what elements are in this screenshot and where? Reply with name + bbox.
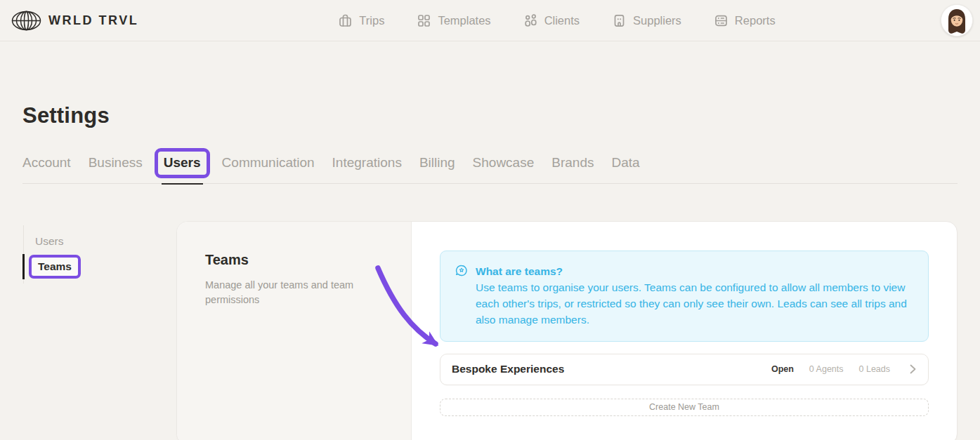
people-icon — [523, 13, 538, 28]
report-list-icon — [714, 13, 729, 28]
subnav-item-users[interactable]: Users — [22, 230, 176, 253]
subnav-item-teams[interactable]: Teams — [22, 253, 176, 281]
grid-icon — [417, 13, 431, 28]
nav-item-suppliers[interactable]: Suppliers — [612, 13, 681, 28]
nav-item-reports[interactable]: Reports — [714, 13, 776, 28]
what-are-teams-info-box: What are teams? Use teams to organise yo… — [440, 251, 929, 342]
memoji-avatar-icon — [941, 5, 972, 36]
teams-card-header: Teams Manage all your teams and team per… — [177, 222, 412, 440]
subnav-teams-highlight-box: Teams — [29, 255, 81, 279]
tab-communication[interactable]: Communication — [222, 155, 315, 171]
tab-data[interactable]: Data — [611, 155, 639, 171]
users-subnav: Users Teams — [22, 221, 176, 281]
user-avatar[interactable] — [941, 4, 973, 36]
create-new-team-button[interactable]: Create New Team — [440, 399, 929, 416]
tab-users-highlight-box: Users — [155, 148, 210, 178]
briefcase-icon — [338, 13, 353, 28]
top-nav-bar: WRLD TRVL Trips Templates — [0, 0, 980, 41]
info-box-title: What are teams? — [476, 263, 914, 279]
nav-label: Suppliers — [633, 14, 681, 27]
page-title: Settings — [22, 103, 958, 128]
nav-item-clients[interactable]: Clients — [523, 13, 580, 28]
chat-bubble-star-icon — [455, 264, 469, 328]
tab-users[interactable]: Users — [160, 152, 204, 174]
nav-label: Clients — [544, 14, 580, 27]
active-indicator-bar — [22, 254, 25, 279]
teams-panel-description: Manage all your teams and team permissio… — [205, 278, 367, 307]
settings-page: Settings Account Business Users Communic… — [0, 103, 980, 440]
nav-item-templates[interactable]: Templates — [417, 13, 490, 28]
teams-panel-title: Teams — [205, 252, 383, 268]
nav-label: Templates — [438, 14, 490, 27]
users-settings-content: Users Teams Teams Manage all your teams … — [22, 221, 958, 440]
main-nav: Trips Templates — [173, 13, 941, 28]
settings-tabs: Account Business Users Communication Int… — [22, 152, 958, 184]
team-leads-count: 0 Leads — [859, 364, 890, 374]
team-meta: Open 0 Agents 0 Leads — [771, 364, 918, 375]
nav-item-trips[interactable]: Trips — [338, 13, 384, 28]
tab-brands[interactable]: Brands — [551, 155, 594, 171]
globe-icon — [11, 11, 41, 31]
chevron-right-icon — [907, 364, 918, 375]
tab-account[interactable]: Account — [22, 155, 71, 171]
brand-name: WRLD TRVL — [48, 13, 138, 28]
teams-card: Teams Manage all your teams and team per… — [176, 221, 958, 440]
info-box-body: Use teams to organise your users. Teams … — [476, 279, 914, 328]
info-text: What are teams? Use teams to organise yo… — [476, 263, 914, 328]
nav-label: Trips — [359, 14, 384, 27]
team-agents-count: 0 Agents — [809, 364, 844, 374]
teams-card-body: What are teams? Use teams to organise yo… — [412, 222, 957, 440]
building-icon — [612, 13, 627, 28]
team-status-badge: Open — [771, 364, 794, 374]
tab-billing[interactable]: Billing — [419, 155, 455, 171]
nav-label: Reports — [735, 14, 776, 27]
team-row-bespoke-experiences[interactable]: Bespoke Experiences Open 0 Agents 0 Lead… — [440, 354, 929, 385]
tab-showcase[interactable]: Showcase — [473, 155, 535, 171]
team-name: Bespoke Experiences — [452, 363, 771, 375]
tab-business[interactable]: Business — [89, 155, 143, 171]
brand-logo[interactable]: WRLD TRVL — [11, 11, 173, 31]
tab-integrations[interactable]: Integrations — [332, 155, 402, 171]
